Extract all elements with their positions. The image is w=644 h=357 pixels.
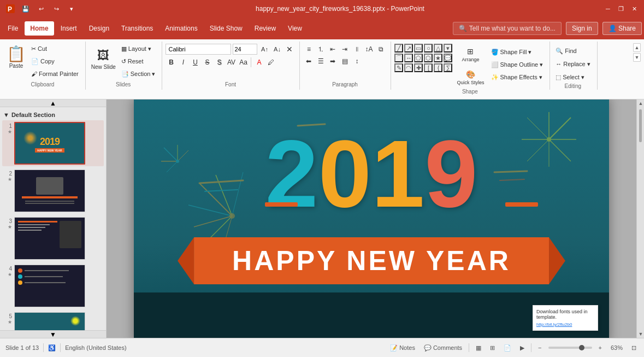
share-button[interactable]: 👤 Share [602,22,642,35]
decrease-font-button[interactable]: A↓ [271,44,282,55]
customize-qat-button[interactable]: ▾ [66,3,78,15]
strikethrough-button[interactable]: S [202,57,212,68]
shape-bracket[interactable]: [ [424,63,433,72]
comments-button[interactable]: 💬 Comments [422,343,464,353]
shape-star[interactable]: ★ [434,54,442,62]
shape-oval[interactable]: ○ [424,44,433,52]
replace-button[interactable]: ↔ Replace ▾ [553,58,592,70]
font-size-input[interactable] [233,44,257,55]
shape-freeform[interactable]: ✎ [394,63,403,72]
shape-callout[interactable]: 💬 [444,54,452,62]
align-left-button[interactable]: ⬅ [303,56,314,67]
menu-home[interactable]: Home [25,21,54,36]
shape-fill-button[interactable]: 🪣 Shape Fill ▾ [489,46,546,58]
shape-brace[interactable]: { [434,63,442,72]
restore-button[interactable]: ❐ [616,3,627,14]
copy-button[interactable]: 📄 Copy [29,55,81,67]
increase-font-button[interactable]: A↑ [259,44,270,55]
convert-to-smartart-button[interactable]: ⧉ [375,44,386,55]
increase-indent-button[interactable]: ⇥ [339,44,350,55]
select-button[interactable]: ⬚ Select ▾ [553,71,592,83]
slide-thumb-3[interactable]: 3 ★ [2,215,104,261]
slide-thumb-5[interactable]: 5 ★ [2,311,104,330]
align-center-button[interactable]: ☰ [315,56,326,67]
popup-link[interactable]: http://bit.ly/2ftu2b0 [536,322,572,327]
scroll-thumb[interactable] [639,109,642,142]
text-direction-button[interactable]: ↕A [363,44,374,55]
shadow-button[interactable]: S [214,57,224,68]
shape-connector[interactable]: ↔ [404,54,413,62]
numbered-list-button[interactable]: ⒈ [315,44,326,55]
menu-review[interactable]: Review [249,21,281,36]
quick-styles-button[interactable]: 🎨 Quick Styles [454,67,486,89]
zoom-thumb[interactable] [579,345,584,350]
italic-button[interactable]: I [178,57,188,68]
ribbon-scroll-down[interactable]: ▼ [633,53,641,62]
cut-button[interactable]: ✂ Cut [29,43,81,55]
layout-button[interactable]: ▦ Layout ▾ [119,43,158,55]
font-family-input[interactable] [166,44,231,55]
shape-cross[interactable]: ✚ [414,63,423,72]
shape-arrow[interactable]: ↗ [404,44,413,52]
shape-curved[interactable]: ⌒ [394,54,403,62]
shape-outline-button[interactable]: ⬜ Shape Outline ▾ [489,58,546,71]
new-slide-button[interactable]: 🖼 New Slide [89,43,118,75]
menu-insert[interactable]: Insert [55,21,82,36]
shape-formula[interactable]: ∑ [444,63,452,72]
menu-animations[interactable]: Animations [159,21,203,36]
shape-triangle[interactable]: △ [434,44,442,52]
shape-hexagon[interactable]: ⬡ [424,54,433,62]
undo-button[interactable]: ↩ [35,3,47,15]
notes-button[interactable]: 📝 Notes [388,343,417,353]
align-right-button[interactable]: ➡ [327,56,338,67]
line-spacing-button[interactable]: ↕ [351,56,362,67]
shape-arc[interactable]: ◠ [404,63,413,72]
slideshow-button[interactable]: ▶ [518,343,527,353]
sign-in-button[interactable]: Sign in [566,22,598,35]
section-button[interactable]: 📑 Section ▾ [119,68,158,80]
zoom-slider[interactable] [548,347,592,349]
panel-scroll-up[interactable]: ▲ [0,100,106,107]
format-painter-button[interactable]: 🖌 Format Painter [29,68,81,80]
panel-scroll-down[interactable]: ▼ [0,330,106,338]
section-header[interactable]: ▼ Default Section [2,109,104,120]
zoom-out-button[interactable]: − [536,343,543,352]
slide-thumb-1[interactable]: 1 ★ 2019 HAPPY NEW YEAR [2,120,104,166]
slide-thumb-4[interactable]: 4 ★ [2,263,104,309]
arrange-button[interactable]: ⊞ Arrange [454,44,486,66]
slide-sorter-button[interactable]: ⊞ [488,343,497,353]
ribbon-scroll-up[interactable]: ▲ [633,43,641,52]
decrease-indent-button[interactable]: ⇤ [327,44,338,55]
bullet-list-button[interactable]: ≡ [303,44,314,55]
slide-thumb-2[interactable]: 2 ★ [2,168,104,214]
reset-button[interactable]: ↺ Reset [119,55,158,67]
font-color-button[interactable]: A [253,57,264,68]
clear-format-button[interactable]: ✕ [284,44,295,55]
scroll-up-arrow[interactable]: ▲ [637,100,644,107]
shape-effects-button[interactable]: ✨ Shape Effects ▾ [489,71,546,83]
minimize-button[interactable]: ─ [602,3,613,14]
shape-rect[interactable]: ▭ [414,44,423,52]
scroll-down-arrow[interactable]: ▼ [637,330,644,338]
menu-view[interactable]: View [282,21,308,36]
reading-view-button[interactable]: 📄 [501,343,513,353]
shape-line[interactable]: ╱ [394,44,403,52]
bold-button[interactable]: B [166,57,176,68]
normal-view-button[interactable]: ▦ [474,343,483,353]
char-spacing-button[interactable]: AV [226,57,237,68]
tell-me-input[interactable]: 🔍 Tell me what you want to do... [453,22,562,35]
save-button[interactable]: 💾 [20,3,32,15]
zoom-in-button[interactable]: + [596,343,604,352]
columns-button[interactable]: ⫴ [351,44,362,55]
close-button[interactable]: ✕ [629,3,640,14]
redo-button[interactable]: ↪ [50,3,62,15]
menu-transitions[interactable]: Transitions [116,21,158,36]
menu-design[interactable]: Design [84,21,115,36]
fit-slide-button[interactable]: ⊡ [629,343,639,353]
menu-slideshow[interactable]: Slide Show [204,21,248,36]
shape-more[interactable]: ▾ [444,44,452,52]
zoom-level[interactable]: 63% [608,343,625,352]
text-highlight-button[interactable]: 🖊 [265,57,276,68]
paste-button[interactable]: 📋 Paste [4,43,28,71]
find-button[interactable]: 🔍 Find [553,45,592,57]
